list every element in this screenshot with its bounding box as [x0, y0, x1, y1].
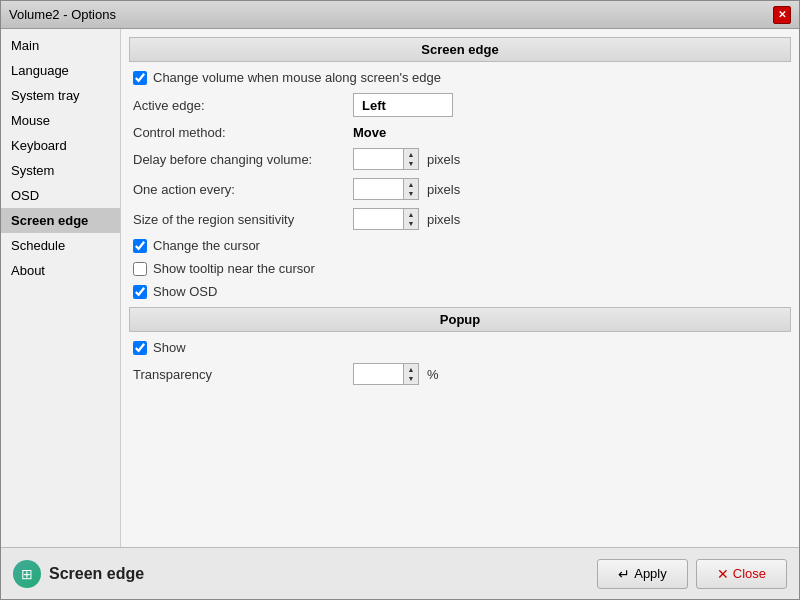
control-method-label: Control method: [133, 125, 353, 140]
delay-spinner: 100 ▲ ▼ [353, 148, 419, 170]
close-title-button[interactable]: ✕ [773, 6, 791, 24]
region-value-group: 10 ▲ ▼ pixels [353, 208, 460, 230]
active-edge-label: Active edge: [133, 98, 353, 113]
transparency-spinner: 75 ▲ ▼ [353, 363, 419, 385]
one-action-down-arrow: ▼ [408, 190, 415, 197]
sidebar-item-mouse[interactable]: Mouse [1, 108, 120, 133]
transparency-value-group: 75 ▲ ▼ % [353, 363, 439, 385]
popup-header: Popup [129, 307, 791, 332]
one-action-row: One action every: 50 ▲ ▼ pixels [129, 178, 791, 200]
change-cursor-checkbox[interactable] [133, 239, 147, 253]
change-volume-row: Change volume when mouse along screen's … [129, 70, 791, 85]
close-button[interactable]: ✕ Close [696, 559, 787, 589]
region-row: Size of the region sensitivity 10 ▲ ▼ pi… [129, 208, 791, 230]
transparency-up-arrow: ▲ [408, 366, 415, 373]
control-method-row: Control method: Move [129, 125, 791, 140]
delay-unit: pixels [427, 152, 460, 167]
active-edge-dropdown[interactable]: Left [353, 93, 453, 117]
main-panel: Screen edge Change volume when mouse alo… [121, 29, 799, 547]
delay-label: Delay before changing volume: [133, 152, 353, 167]
change-cursor-row: Change the cursor [129, 238, 791, 253]
sidebar-item-osd[interactable]: OSD [1, 183, 120, 208]
close-icon: ✕ [717, 566, 729, 582]
close-label: Close [733, 566, 766, 581]
bottom-title: Screen edge [49, 565, 144, 583]
options-window: Volume2 - Options ✕ Main Language System… [0, 0, 800, 600]
transparency-row: Transparency 75 ▲ ▼ % [129, 363, 791, 385]
region-label: Size of the region sensitivity [133, 212, 353, 227]
bottom-bar: ⊞ Screen edge ↵ Apply ✕ Close [1, 547, 799, 599]
region-input[interactable]: 10 [353, 208, 403, 230]
delay-down-arrow: ▼ [408, 160, 415, 167]
one-action-label: One action every: [133, 182, 353, 197]
delay-row: Delay before changing volume: 100 ▲ ▼ pi… [129, 148, 791, 170]
one-action-value-group: 50 ▲ ▼ pixels [353, 178, 460, 200]
delay-value-group: 100 ▲ ▼ pixels [353, 148, 460, 170]
title-bar: Volume2 - Options ✕ [1, 1, 799, 29]
show-osd-row: Show OSD [129, 284, 791, 299]
show-tooltip-label: Show tooltip near the cursor [153, 261, 315, 276]
window-title: Volume2 - Options [9, 7, 116, 22]
transparency-unit: % [427, 367, 439, 382]
show-tooltip-row: Show tooltip near the cursor [129, 261, 791, 276]
sidebar: Main Language System tray Mouse Keyboard… [1, 29, 121, 547]
apply-button[interactable]: ↵ Apply [597, 559, 688, 589]
region-spinner-btn[interactable]: ▲ ▼ [403, 208, 419, 230]
screen-edge-header: Screen edge [129, 37, 791, 62]
sidebar-item-system-tray[interactable]: System tray [1, 83, 120, 108]
transparency-spinner-btn[interactable]: ▲ ▼ [403, 363, 419, 385]
sidebar-item-screen-edge[interactable]: Screen edge [1, 208, 120, 233]
show-popup-checkbox[interactable] [133, 341, 147, 355]
one-action-input[interactable]: 50 [353, 178, 403, 200]
bottom-buttons: ↵ Apply ✕ Close [597, 559, 787, 589]
transparency-label: Transparency [133, 367, 353, 382]
show-tooltip-checkbox[interactable] [133, 262, 147, 276]
active-edge-row: Active edge: Left [129, 93, 791, 117]
control-method-value: Move [353, 125, 413, 140]
title-bar-buttons: ✕ [773, 6, 791, 24]
sidebar-item-keyboard[interactable]: Keyboard [1, 133, 120, 158]
active-edge-value-group: Left [353, 93, 453, 117]
content-area: Main Language System tray Mouse Keyboard… [1, 29, 799, 547]
transparency-input[interactable]: 75 [353, 363, 403, 385]
apply-icon: ↵ [618, 566, 630, 582]
one-action-spinner: 50 ▲ ▼ [353, 178, 419, 200]
delay-input[interactable]: 100 [353, 148, 403, 170]
one-action-unit: pixels [427, 182, 460, 197]
change-volume-checkbox[interactable] [133, 71, 147, 85]
region-unit: pixels [427, 212, 460, 227]
bottom-left: ⊞ Screen edge [13, 560, 144, 588]
region-down-arrow: ▼ [408, 220, 415, 227]
apply-label: Apply [634, 566, 667, 581]
show-popup-row: Show [129, 340, 791, 355]
sidebar-item-about[interactable]: About [1, 258, 120, 283]
region-up-arrow: ▲ [408, 211, 415, 218]
one-action-spinner-btn[interactable]: ▲ ▼ [403, 178, 419, 200]
change-cursor-label: Change the cursor [153, 238, 260, 253]
delay-spinner-btn[interactable]: ▲ ▼ [403, 148, 419, 170]
sidebar-item-language[interactable]: Language [1, 58, 120, 83]
change-volume-label: Change volume when mouse along screen's … [153, 70, 441, 85]
sidebar-item-schedule[interactable]: Schedule [1, 233, 120, 258]
screen-edge-icon: ⊞ [13, 560, 41, 588]
show-popup-label: Show [153, 340, 186, 355]
region-spinner: 10 ▲ ▼ [353, 208, 419, 230]
sidebar-item-system[interactable]: System [1, 158, 120, 183]
transparency-down-arrow: ▼ [408, 375, 415, 382]
sidebar-item-main[interactable]: Main [1, 33, 120, 58]
delay-up-arrow: ▲ [408, 151, 415, 158]
one-action-up-arrow: ▲ [408, 181, 415, 188]
control-method-value-group: Move [353, 125, 413, 140]
show-osd-checkbox[interactable] [133, 285, 147, 299]
show-osd-label: Show OSD [153, 284, 217, 299]
